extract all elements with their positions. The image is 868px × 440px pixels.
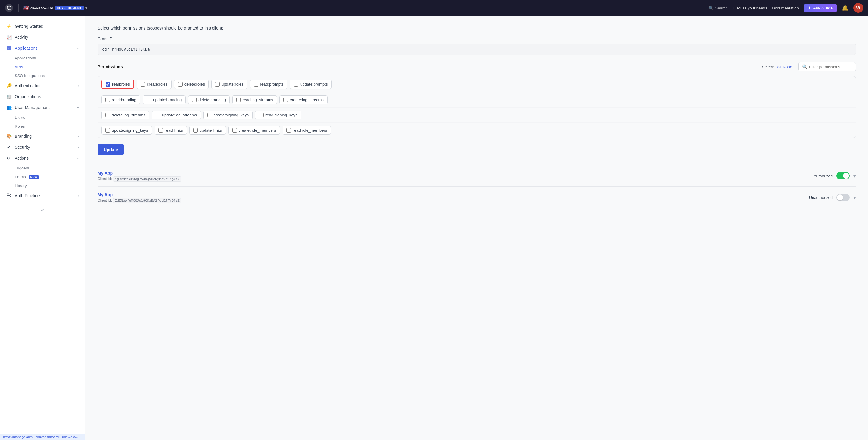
permission-checkbox[interactable]: update:branding <box>143 95 186 104</box>
permission-checkbox[interactable]: update:roles <box>211 80 247 89</box>
apps-container: My AppClient Id: Yg9vNtiePUXg75dxq9HeNyM… <box>97 165 856 208</box>
sidebar-sub-item-sso[interactable]: SSO Integrations <box>14 71 85 80</box>
permission-input[interactable] <box>286 128 291 132</box>
sidebar-item-security[interactable]: ✔ Security › <box>0 142 85 153</box>
ask-guide-button[interactable]: ✦ Ask Guide <box>804 4 837 12</box>
sidebar-item-applications[interactable]: Applications ▾ <box>0 43 85 54</box>
app-name-link[interactable]: My App <box>97 192 809 197</box>
permission-checkbox[interactable]: create:signing_keys <box>203 111 253 120</box>
notifications-bell[interactable]: 🔔 <box>842 5 848 11</box>
permission-checkbox[interactable]: create:roles <box>136 80 172 89</box>
permission-input[interactable] <box>294 82 299 87</box>
sidebar-item-organizations[interactable]: 🏢 Organizations <box>0 91 85 102</box>
permission-input[interactable] <box>156 113 160 117</box>
svg-rect-1 <box>7 46 8 48</box>
permission-input[interactable] <box>106 82 110 87</box>
permission-input[interactable] <box>178 82 183 87</box>
permission-checkbox[interactable]: read:roles <box>101 80 134 89</box>
permission-input[interactable] <box>283 97 288 102</box>
permission-checkbox[interactable]: create:log_streams <box>279 95 328 104</box>
sidebar-item-user-management[interactable]: 👥 User Management ▾ <box>0 102 85 113</box>
sidebar-sub-item-users[interactable]: Users <box>14 113 85 122</box>
logo[interactable] <box>5 4 13 12</box>
sidebar-collapse-button[interactable]: « <box>0 203 85 216</box>
sidebar-label-auth-pipeline: Auth Pipeline <box>14 193 75 198</box>
app-row-expand-chevron[interactable]: ▾ <box>854 173 856 179</box>
discuss-needs-link[interactable]: Discuss your needs <box>733 6 767 10</box>
organizations-icon: 🏢 <box>6 94 11 99</box>
select-all-link[interactable]: All <box>777 65 781 69</box>
sidebar-sub-item-applications[interactable]: Applications <box>14 54 85 62</box>
sidebar-label-user-management: User Management <box>14 105 74 110</box>
env-selector[interactable]: 🇺🇸 dev-alvv-80d DEVELOPMENT ▾ <box>24 5 87 10</box>
forms-new-badge: NEW <box>29 175 39 179</box>
permission-input[interactable] <box>207 113 212 117</box>
permission-checkbox[interactable]: read:branding <box>101 95 140 104</box>
sidebar-label-getting-started: Getting Started <box>14 24 79 29</box>
env-badge: DEVELOPMENT <box>55 6 84 10</box>
permission-checkbox[interactable]: update:signing_keys <box>101 126 152 135</box>
sidebar-item-authentication[interactable]: 🔑 Authentication › <box>0 80 85 91</box>
permission-input[interactable] <box>147 97 151 102</box>
documentation-link[interactable]: Documentation <box>772 6 799 10</box>
sidebar-sub-item-library[interactable]: Library <box>14 181 85 190</box>
permissions-select: Select: All None <box>762 65 792 69</box>
permissions-filter[interactable]: 🔍 <box>798 62 856 71</box>
permission-input[interactable] <box>254 82 258 87</box>
permission-input[interactable] <box>193 128 198 132</box>
search-icon: 🔍 <box>709 6 713 10</box>
permission-input[interactable] <box>192 97 196 102</box>
permission-input[interactable] <box>105 97 110 102</box>
sidebar-item-auth-pipeline[interactable]: ⛓ Auth Pipeline › <box>0 190 85 201</box>
chevron-down-icon-act: ▾ <box>77 156 79 160</box>
permission-checkbox[interactable]: delete:branding <box>188 95 230 104</box>
permission-checkbox[interactable]: update:prompts <box>290 80 332 89</box>
permission-input[interactable] <box>105 128 110 132</box>
permission-checkbox[interactable]: read:role_members <box>282 126 331 135</box>
app-row-right: Authorized▾ <box>814 172 856 180</box>
update-button[interactable]: Update <box>97 144 124 155</box>
permission-input[interactable] <box>158 128 163 132</box>
sidebar-sub-item-apis[interactable]: APIs <box>14 62 85 71</box>
permission-input[interactable] <box>215 82 220 87</box>
sidebar-item-branding[interactable]: 🎨 Branding › <box>0 131 85 142</box>
filter-permissions-input[interactable] <box>809 65 852 69</box>
sidebar-sub-actions: Triggers Forms NEW Library <box>0 164 85 190</box>
permission-checkbox[interactable]: delete:roles <box>174 80 209 89</box>
sidebar-item-activity[interactable]: 📈 Activity <box>0 32 85 43</box>
sidebar-sub-item-triggers[interactable]: Triggers <box>14 164 85 172</box>
permission-input[interactable] <box>105 113 110 117</box>
search-button[interactable]: 🔍 Search <box>709 6 728 10</box>
select-none-link[interactable]: None <box>783 65 792 69</box>
permission-checkbox[interactable]: update:log_streams <box>152 111 201 120</box>
app-row-info: My AppClient Id: ZdZNwwfqMKQJw18CKzBA2Fo… <box>97 192 809 202</box>
sidebar-item-getting-started[interactable]: ⚡ Getting Started <box>0 21 85 32</box>
logo-icon <box>5 4 13 12</box>
permission-label: update:branding <box>153 97 182 102</box>
permission-checkbox[interactable]: read:limits <box>155 126 187 135</box>
app-client-id: Client Id: ZdZNwwfqMKQJw18CKzBA2FoLBJFY5… <box>97 198 809 202</box>
activity-icon: 📈 <box>6 34 11 40</box>
permission-checkbox[interactable]: read:prompts <box>250 80 288 89</box>
app-client-id: Client Id: Yg9vNtiePUXg75dxq9HeNyMexr07g… <box>97 177 814 181</box>
permission-checkbox[interactable]: update:limits <box>189 126 226 135</box>
permission-input[interactable] <box>236 97 241 102</box>
app-authorized-toggle[interactable] <box>836 172 850 180</box>
sidebar-sub-item-forms[interactable]: Forms NEW <box>14 172 85 181</box>
app-authorized-toggle[interactable] <box>836 194 850 201</box>
sidebar-sub-item-roles[interactable]: Roles <box>14 122 85 131</box>
permission-checkbox[interactable]: create:role_members <box>228 126 280 135</box>
avatar[interactable]: W <box>854 3 863 13</box>
sidebar-item-actions[interactable]: ⟳ Actions ▾ <box>0 153 85 164</box>
branding-icon: 🎨 <box>6 133 11 139</box>
app-row-expand-chevron[interactable]: ▾ <box>854 195 856 200</box>
permission-label: read:branding <box>112 97 136 102</box>
permission-input[interactable] <box>259 113 264 117</box>
permission-checkbox[interactable]: read:signing_keys <box>255 111 302 120</box>
permission-input[interactable] <box>141 82 145 87</box>
permission-checkbox[interactable]: delete:log_streams <box>101 111 149 120</box>
permission-input[interactable] <box>232 128 237 132</box>
permission-checkbox[interactable]: read:log_streams <box>232 95 277 104</box>
chevron-down-icon-um: ▾ <box>77 106 79 110</box>
app-name-link[interactable]: My App <box>97 170 814 176</box>
